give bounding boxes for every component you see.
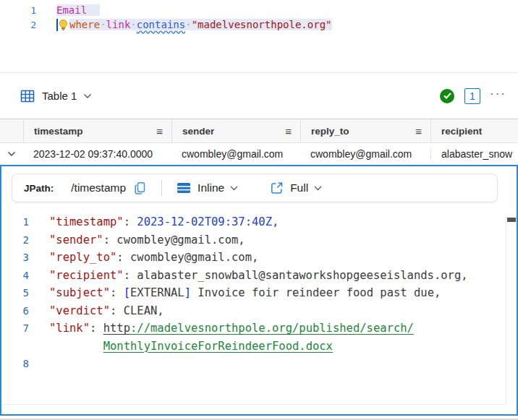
cell-reply-to: cwombley@gmail.com: [300, 148, 430, 160]
token-link-column: link: [106, 19, 131, 30]
column-header-reply-to[interactable]: reply_to ≡: [300, 119, 430, 142]
json-key: "timestamp": [49, 215, 124, 228]
json-line: 1 "timestamp": 2023-12-02T09:37:40Z,: [1, 213, 517, 231]
link-scheme: http: [103, 322, 130, 335]
json-key: "link": [49, 322, 90, 335]
column-header-timestamp[interactable]: timestamp ≡: [23, 119, 171, 142]
full-view-icon: [270, 181, 284, 195]
json-colon: :: [124, 215, 137, 228]
query-editor[interactable]: 1 Email 2 where·link·contains·"madelvesn…: [0, 0, 518, 72]
line-number: 1: [0, 5, 36, 16]
json-line: 6 "verdict": CLEAN,: [1, 302, 517, 320]
json-line: 2 "sender": cwombley@gmail.com,: [1, 231, 517, 249]
inline-view-icon: [177, 182, 191, 194]
column-menu-icon[interactable]: ≡: [415, 125, 422, 137]
grid-header: timestamp ≡ sender ≡ reply_to ≡ recipien…: [0, 119, 518, 143]
line-number: 5: [1, 284, 29, 302]
line-number: 2: [1, 231, 29, 249]
json-value: cwombley@gmail.com,: [116, 233, 245, 247]
query-success-badge: [440, 89, 454, 103]
cell-recipient: alabaster_snow: [430, 148, 518, 160]
token-string-literal: "madelvesnorthpole.org": [192, 19, 332, 30]
expander-column-header: [0, 119, 23, 142]
line-number: 4: [1, 267, 29, 285]
line-number: 7: [1, 320, 29, 355]
line-number: 8: [1, 355, 29, 373]
column-label: recipient: [441, 126, 482, 137]
cell-sender: cwombley@gmail.com: [171, 148, 300, 160]
json-line: 7 "link": http://madelvesnorthpole.org/p…: [1, 320, 517, 355]
scrollbar-thumb[interactable]: [507, 218, 516, 222]
json-line: 4 "recipient": alabaster_snowball@santaw…: [1, 267, 517, 285]
json-key: "reply_to": [49, 251, 116, 264]
table-selector-label[interactable]: Table 1: [42, 90, 77, 102]
json-value: alabaster_snowball@santaworkshopgeeseisl…: [137, 269, 467, 282]
json-bracket: ]: [184, 286, 191, 299]
column-header-sender[interactable]: sender ≡: [171, 119, 300, 142]
line-number: 6: [1, 302, 29, 320]
vertical-scrollbar[interactable]: [506, 217, 517, 404]
column-label: sender: [182, 126, 214, 137]
line-number: 3: [1, 249, 29, 267]
json-colon: :: [103, 233, 117, 247]
json-link[interactable]: http://madelvesnorthpole.org/published/s…: [103, 320, 414, 355]
column-menu-icon[interactable]: ≡: [285, 125, 292, 137]
link-url-wrapped: MonthlyInvoiceForReindeerFood.docx: [103, 340, 333, 353]
cell-timestamp: 2023-12-02 09:37:40.0000: [23, 148, 171, 160]
bottom-edge: [0, 416, 518, 420]
horizontal-scrollbar-track[interactable]: [1, 404, 505, 405]
json-key: "recipient": [49, 269, 124, 282]
json-line: 8: [1, 355, 517, 373]
more-options-button[interactable]: ···: [490, 90, 506, 102]
json-bracket-text: EXTERNAL: [130, 286, 184, 299]
lightbulb-icon[interactable]: [58, 19, 69, 31]
result-count-badge[interactable]: 1: [464, 88, 480, 104]
link-url: ://madelvesnorthpole.org/published/searc…: [130, 322, 414, 335]
json-line: 3 "reply_to": cwombley@gmail.com,: [1, 249, 517, 267]
chevron-down-icon: [230, 186, 238, 191]
json-value: 2023-12-02T09:37:40Z,: [137, 215, 279, 228]
chevron-down-icon: [314, 186, 322, 191]
detail-toolbar: JPath: /timestamp Inline Full: [12, 173, 498, 202]
json-key: "verdict": [49, 304, 110, 317]
column-header-recipient[interactable]: recipient: [430, 119, 518, 142]
whitespace-dot: ·: [100, 19, 106, 30]
column-label: reply_to: [311, 126, 349, 137]
results-toolbar: Table 1 1 ···: [0, 73, 518, 119]
json-value: cwombley@gmail.com,: [130, 251, 258, 264]
inline-view-dropdown[interactable]: Inline: [177, 181, 238, 194]
jpath-value: /timestamp: [71, 181, 126, 194]
whitespace-dot: ·: [185, 19, 191, 30]
line-number: 2: [0, 20, 36, 30]
json-colon: :: [116, 251, 130, 264]
column-label: timestamp: [34, 126, 83, 137]
token-table-name: Email: [56, 4, 100, 16]
json-value: Invoice foir reindeer food past due,: [191, 286, 441, 299]
json-colon: :: [110, 286, 124, 299]
whitespace-dot: ·: [130, 19, 136, 30]
table-row[interactable]: 2023-12-02 09:37:40.0000 cwombley@gmail.…: [0, 143, 518, 165]
row-detail-panel: JPath: /timestamp Inline Full: [0, 165, 518, 416]
json-bracket: [: [124, 286, 130, 299]
json-value: CLEAN,: [124, 304, 164, 317]
json-key: "subject": [49, 286, 110, 299]
full-view-dropdown[interactable]: Full: [270, 181, 322, 195]
table-grid-icon: [20, 89, 35, 103]
line-number: 1: [1, 213, 29, 231]
token-where-keyword: where: [69, 19, 100, 30]
json-key: "sender": [49, 233, 103, 247]
json-colon: :: [124, 269, 137, 282]
query-line-1[interactable]: 1 Email: [0, 3, 518, 17]
query-line-2[interactable]: 2 where·link·contains·"madelvesnorthpole…: [0, 17, 518, 32]
json-viewer[interactable]: 1 "timestamp": 2023-12-02T09:37:40Z, 2 "…: [1, 213, 517, 373]
json-colon: :: [90, 322, 103, 335]
token-contains-operator: contains: [137, 19, 185, 30]
copy-icon[interactable]: [133, 181, 147, 195]
json-colon: :: [110, 304, 124, 317]
row-expander-chevron-icon[interactable]: [0, 151, 23, 157]
json-line: 5 "subject": [EXTERNAL] Invoice foir rei…: [1, 284, 517, 302]
jpath-label: JPath:: [24, 183, 54, 194]
column-menu-icon[interactable]: ≡: [156, 125, 163, 137]
chevron-down-icon[interactable]: [83, 93, 92, 99]
full-view-label: Full: [290, 181, 308, 194]
